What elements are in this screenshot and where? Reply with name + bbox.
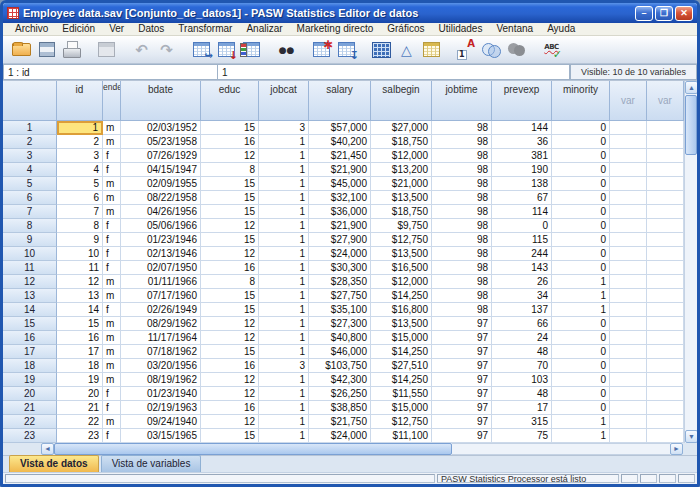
cell-1-prevexp[interactable]: 144	[492, 121, 552, 135]
cell-18-educ[interactable]: 16	[201, 359, 259, 373]
cell-21-gender[interactable]: f	[103, 401, 121, 415]
col-header-gender[interactable]: gender	[103, 81, 121, 121]
row-header-21[interactable]: 21	[3, 401, 57, 415]
cell-6-prevexp[interactable]: 67	[492, 191, 552, 205]
cell-9-educ[interactable]: 15	[201, 233, 259, 247]
cell-21-id[interactable]: 21	[57, 401, 103, 415]
cell-20-jobcat[interactable]: 1	[259, 387, 309, 401]
row-header-17[interactable]: 17	[3, 345, 57, 359]
scroll-left-icon[interactable]: ◄	[41, 443, 54, 455]
cell-8-var2[interactable]	[647, 219, 684, 233]
cell-22-jobtime[interactable]: 97	[432, 415, 492, 429]
cell-20-id[interactable]: 20	[57, 387, 103, 401]
cell-20-var1[interactable]	[610, 387, 647, 401]
cell-19-educ[interactable]: 12	[201, 373, 259, 387]
cell-2-id[interactable]: 2	[57, 135, 103, 149]
cell-10-educ[interactable]: 12	[201, 247, 259, 261]
cell-editor-input[interactable]: 1	[218, 64, 570, 80]
cell-4-id[interactable]: 4	[57, 163, 103, 177]
undo-icon[interactable]	[129, 38, 154, 61]
cell-10-jobcat[interactable]: 1	[259, 247, 309, 261]
cell-13-salbegin[interactable]: $14,250	[371, 289, 432, 303]
cell-8-prevexp[interactable]: 0	[492, 219, 552, 233]
cell-13-var2[interactable]	[647, 289, 684, 303]
cell-22-educ[interactable]: 12	[201, 415, 259, 429]
split-file-icon[interactable]	[369, 38, 394, 61]
cell-21-salbegin[interactable]: $15,000	[371, 401, 432, 415]
cell-10-gender[interactable]: f	[103, 247, 121, 261]
col-header-salbegin[interactable]: salbegin	[371, 81, 432, 121]
cell-18-jobtime[interactable]: 97	[432, 359, 492, 373]
cell-11-id[interactable]: 11	[57, 261, 103, 275]
col-header-jobcat[interactable]: jobcat	[259, 81, 309, 121]
cell-18-prevexp[interactable]: 70	[492, 359, 552, 373]
cell-11-jobcat[interactable]: 1	[259, 261, 309, 275]
cell-16-educ[interactable]: 12	[201, 331, 259, 345]
cell-14-var2[interactable]	[647, 303, 684, 317]
cell-8-jobcat[interactable]: 1	[259, 219, 309, 233]
cell-12-educ[interactable]: 8	[201, 275, 259, 289]
cell-21-salary[interactable]: $38,850	[309, 401, 371, 415]
cell-22-gender[interactable]: m	[103, 415, 121, 429]
variables-icon[interactable]	[239, 38, 264, 61]
row-header-20[interactable]: 20	[3, 387, 57, 401]
cell-10-var2[interactable]	[647, 247, 684, 261]
cell-1-jobtime[interactable]: 98	[432, 121, 492, 135]
cell-7-jobcat[interactable]: 1	[259, 205, 309, 219]
cell-14-bdate[interactable]: 02/26/1949	[121, 303, 201, 317]
cell-6-bdate[interactable]: 08/22/1958	[121, 191, 201, 205]
cell-5-salary[interactable]: $45,000	[309, 177, 371, 191]
cell-15-minority[interactable]: 0	[552, 317, 610, 331]
recall-dialogs-icon[interactable]	[94, 38, 119, 61]
cell-5-jobtime[interactable]: 98	[432, 177, 492, 191]
cell-15-jobcat[interactable]: 1	[259, 317, 309, 331]
cell-6-salary[interactable]: $32,100	[309, 191, 371, 205]
cell-8-jobtime[interactable]: 98	[432, 219, 492, 233]
cell-12-var1[interactable]	[610, 275, 647, 289]
cell-16-var2[interactable]	[647, 331, 684, 345]
cell-20-minority[interactable]: 0	[552, 387, 610, 401]
cell-20-jobtime[interactable]: 97	[432, 387, 492, 401]
cell-16-prevexp[interactable]: 24	[492, 331, 552, 345]
horizontal-scroll-track[interactable]	[452, 443, 670, 455]
menu-edición[interactable]: Edición	[55, 23, 102, 35]
cell-11-salbegin[interactable]: $16,500	[371, 261, 432, 275]
cell-7-var1[interactable]	[610, 205, 647, 219]
cell-18-id[interactable]: 18	[57, 359, 103, 373]
cell-20-var2[interactable]	[647, 387, 684, 401]
cell-4-minority[interactable]: 0	[552, 163, 610, 177]
cell-14-id[interactable]: 14	[57, 303, 103, 317]
row-header-11[interactable]: 11	[3, 261, 57, 275]
cell-19-jobcat[interactable]: 1	[259, 373, 309, 387]
cell-10-prevexp[interactable]: 244	[492, 247, 552, 261]
print-icon[interactable]	[59, 38, 84, 61]
row-header-19[interactable]: 19	[3, 373, 57, 387]
cell-12-gender[interactable]: m	[103, 275, 121, 289]
cell-19-salary[interactable]: $42,300	[309, 373, 371, 387]
cell-15-salbegin[interactable]: $13,500	[371, 317, 432, 331]
cell-18-minority[interactable]: 0	[552, 359, 610, 373]
cell-5-educ[interactable]: 15	[201, 177, 259, 191]
cell-3-jobcat[interactable]: 1	[259, 149, 309, 163]
cell-13-prevexp[interactable]: 34	[492, 289, 552, 303]
cell-23-minority[interactable]: 1	[552, 429, 610, 443]
cell-9-gender[interactable]: f	[103, 233, 121, 247]
cell-10-salbegin[interactable]: $13,500	[371, 247, 432, 261]
cell-1-educ[interactable]: 15	[201, 121, 259, 135]
row-header-2[interactable]: 2	[3, 135, 57, 149]
value-labels-icon[interactable]	[454, 38, 479, 61]
cell-1-minority[interactable]: 0	[552, 121, 610, 135]
cell-19-var2[interactable]	[647, 373, 684, 387]
cell-23-educ[interactable]: 15	[201, 429, 259, 443]
cell-9-prevexp[interactable]: 115	[492, 233, 552, 247]
cell-reference[interactable]: 1 : id	[3, 64, 218, 80]
cell-3-var1[interactable]	[610, 149, 647, 163]
cell-1-salbegin[interactable]: $27,000	[371, 121, 432, 135]
cell-6-var2[interactable]	[647, 191, 684, 205]
cell-22-salary[interactable]: $21,750	[309, 415, 371, 429]
cell-12-salbegin[interactable]: $12,000	[371, 275, 432, 289]
cell-6-jobtime[interactable]: 98	[432, 191, 492, 205]
cell-3-bdate[interactable]: 07/26/1929	[121, 149, 201, 163]
cell-23-jobtime[interactable]: 97	[432, 429, 492, 443]
cell-23-bdate[interactable]: 03/15/1965	[121, 429, 201, 443]
